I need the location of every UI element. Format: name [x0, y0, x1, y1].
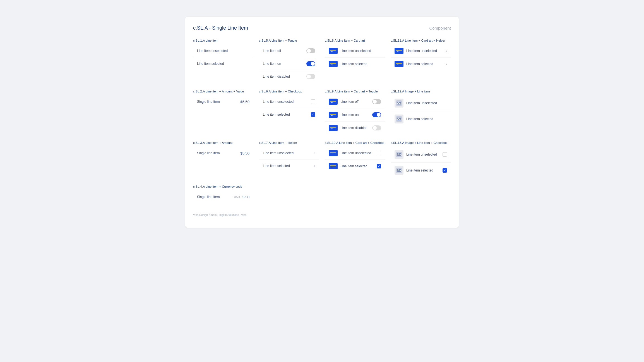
list-item[interactable]: Line item selected✓	[259, 108, 319, 121]
item-label: Line item selected	[340, 164, 367, 168]
item-left: Line item on	[329, 112, 359, 118]
list-item[interactable]: Single line item USD 5.50	[193, 190, 253, 203]
list-item[interactable]: Line item unselected	[325, 147, 385, 160]
item-label: Line item off	[340, 100, 359, 104]
checkbox-unchecked[interactable]	[377, 151, 381, 155]
card-art-icon	[329, 48, 338, 54]
item-label: Line item unselected	[406, 153, 437, 156]
section-sl7: c.SL.7.A Line item + HelperLine item uns…	[259, 141, 319, 178]
section-sl5: c.SL.5.A Line item + ToggleLine item off…	[259, 39, 319, 83]
item-label: Line item off	[263, 49, 281, 53]
section-box-sl10: Line item unselected Line item selected …	[325, 147, 385, 173]
list-item[interactable]: Line item on	[325, 108, 385, 122]
toggle-off[interactable]	[306, 48, 315, 53]
list-item[interactable]: Line item selected›	[259, 159, 319, 172]
card-art-icon	[395, 48, 403, 54]
checkbox-checked[interactable]: ✓	[377, 164, 381, 168]
list-item[interactable]: Single line item $5.50	[193, 147, 253, 159]
list-item[interactable]: Single line item - $5.50	[193, 95, 253, 108]
section-box-sl6: Line item unselectedLine item selected✓	[259, 95, 319, 121]
item-label: Line item on	[340, 113, 359, 117]
list-item[interactable]: Line item selected	[193, 57, 253, 70]
list-item[interactable]: Line item unselected	[325, 44, 385, 58]
currency-code: USD	[234, 196, 240, 199]
list-item[interactable]: Line item selected	[325, 58, 385, 70]
list-item[interactable]: Line item unselected ›	[391, 44, 451, 58]
section-sl4: c.SL.4.A Line item + Currency codeSingle…	[193, 185, 253, 203]
section-box-sl5: Line item offLine item onLine item disab…	[259, 44, 319, 83]
item-label: Line item selected	[263, 164, 290, 168]
list-item[interactable]: Line item off	[259, 44, 319, 57]
toggle-disabled[interactable]	[372, 125, 381, 130]
section-sl13: c.SL.13.A Image + Line item + Checkbox L…	[391, 141, 451, 178]
section-box-sl8: Line item unselected Line item selected	[325, 44, 385, 70]
toggle-on[interactable]	[306, 61, 315, 66]
item-left: Line item unselected	[395, 150, 437, 159]
svg-rect-8	[397, 51, 398, 52]
item-left: Line item selected	[329, 163, 367, 169]
item-label: Line item unselected	[197, 49, 228, 53]
checkbox-checked[interactable]: ✓	[311, 112, 315, 117]
section-sl11: c.SL.11.A Line item + Card art + Helper …	[391, 39, 451, 83]
svg-rect-2	[331, 51, 333, 52]
card-art-icon	[329, 163, 338, 169]
card-art-icon	[329, 61, 338, 67]
dash: -	[236, 100, 237, 104]
list-item[interactable]: Line item unselected	[193, 44, 253, 57]
item-label: Line item unselected	[263, 100, 294, 104]
section-title-sl8: c.SL.8.A Line item + Card art	[325, 39, 385, 42]
amount-value: 5.50	[242, 195, 249, 199]
amount-value: $5.50	[240, 151, 249, 155]
section-box-sl12: Line item unselected Line item selected	[391, 95, 451, 127]
section-box-sl7: Line item unselected›Line item selected›	[259, 147, 319, 172]
item-left: Line item unselected	[395, 99, 437, 108]
section-sl6: c.SL.6.A Line item + CheckboxLine item u…	[259, 90, 319, 134]
list-item[interactable]: Line item disabled	[325, 122, 385, 134]
item-label: Line item unselected	[340, 151, 371, 155]
item-label: Single line item	[197, 195, 220, 199]
amount-value: $5.50	[240, 100, 249, 104]
section-box-sl9: Line item off Line item on Line item dis…	[325, 95, 385, 134]
toggle-off[interactable]	[372, 99, 381, 104]
list-item[interactable]: Line item unselected	[259, 95, 319, 108]
item-label: Line item unselected	[340, 49, 371, 53]
chevron-icon: ›	[446, 62, 447, 66]
checkbox-unchecked[interactable]	[311, 99, 315, 104]
section-box-sl1: Line item unselectedLine item selected	[193, 44, 253, 70]
list-item[interactable]: Line item unselected	[391, 147, 451, 163]
section-title-sl13: c.SL.13.A Image + Line item + Checkbox	[391, 141, 451, 144]
section-box-sl13: Line item unselected Line item selected …	[391, 147, 451, 178]
item-left: Line item unselected	[395, 48, 437, 54]
section-sl1: c.SL.1.A Line itemLine item unselectedLi…	[193, 39, 253, 83]
component-label: Component	[429, 26, 451, 30]
list-item[interactable]: Line item selected ✓	[391, 163, 451, 178]
item-label: Line item selected	[406, 168, 433, 172]
list-item[interactable]: Line item selected ✓	[325, 160, 385, 173]
toggle-on[interactable]	[372, 112, 381, 117]
section-box-sl3: Single line item $5.50	[193, 147, 253, 159]
item-left: Line item unselected	[329, 150, 371, 156]
item-left: Line item disabled	[329, 125, 367, 131]
checkbox-checked[interactable]: ✓	[443, 168, 447, 173]
list-item[interactable]: Line item disabled	[259, 70, 319, 83]
section-title-sl11: c.SL.11.A Line item + Card art + Helper	[391, 39, 451, 42]
list-item[interactable]: Line item unselected	[391, 95, 451, 111]
list-item[interactable]: Line item unselected›	[259, 147, 319, 159]
checkbox-unchecked[interactable]	[443, 152, 447, 157]
list-item[interactable]: Line item off	[325, 95, 385, 108]
list-item[interactable]: Line item selected	[391, 111, 451, 127]
item-label: Line item unselected	[263, 151, 294, 155]
list-item[interactable]: Line item selected ›	[391, 58, 451, 70]
svg-rect-11	[397, 65, 398, 65]
item-label: Line item disabled	[263, 75, 290, 78]
item-left: Line item selected	[395, 115, 433, 123]
item-left: Line item unselected	[329, 48, 371, 54]
footer: Visa Design Studio | Digital Solutions |…	[193, 213, 451, 216]
list-item[interactable]: Line item on	[259, 57, 319, 70]
toggle-disabled[interactable]	[306, 74, 315, 79]
section-sl2: c.SL.2.A Line item + Amount + ValueSingl…	[193, 90, 253, 134]
item-label: Single line item	[197, 151, 220, 155]
sections-grid: c.SL.1.A Line itemLine item unselectedLi…	[193, 39, 451, 203]
item-label: Line item on	[263, 62, 281, 66]
image-icon	[395, 115, 403, 123]
